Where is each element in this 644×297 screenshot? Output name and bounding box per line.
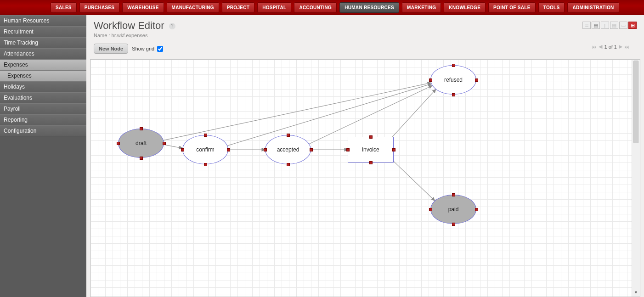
node-handle[interactable] <box>181 148 184 151</box>
node-handle[interactable] <box>204 163 207 166</box>
sidebar-item-recruitment[interactable]: Recruitment <box>0 26 86 37</box>
node-handle[interactable] <box>287 163 290 166</box>
pager-next-icon[interactable]: ▶ <box>619 44 622 50</box>
help-icon[interactable]: ? <box>169 23 175 29</box>
node-handle[interactable] <box>452 93 455 96</box>
edges-layer <box>90 60 632 297</box>
menu-project[interactable]: PROJECT <box>222 2 254 13</box>
node-handle[interactable] <box>452 193 455 196</box>
node-refused[interactable]: refused <box>430 65 476 95</box>
menu-warehouse[interactable]: WAREHOUSE <box>122 2 164 13</box>
node-handle[interactable] <box>475 208 478 211</box>
node-invoice[interactable]: invoice <box>348 137 394 163</box>
menu-purchases[interactable]: PURCHASES <box>79 2 120 13</box>
page-header: Workflow Editor ? Name : hr.wkf.expenses… <box>86 15 644 40</box>
sidebar-item-expenses-sub[interactable]: Expenses <box>0 70 86 81</box>
sidebar-item-expenses[interactable]: Expenses <box>0 59 86 70</box>
node-handle[interactable] <box>429 78 432 82</box>
top-menu: SALESPURCHASESWAREHOUSEMANUFACTURINGPROJ… <box>0 0 644 15</box>
node-handle[interactable] <box>140 127 143 130</box>
page-title-text: Workflow Editor <box>94 20 164 31</box>
node-handle[interactable] <box>369 135 373 139</box>
sidebar-item-evaluations[interactable]: Evaluations <box>0 92 86 103</box>
diagram-canvas[interactable]: draftconfirmacceptedinvoicerefusedpaid <box>90 60 632 297</box>
node-paid[interactable]: paid <box>430 195 476 224</box>
view-calendar-icon[interactable]: ▦ <box>610 22 618 29</box>
sidebar-item-payroll[interactable]: Payroll <box>0 103 86 114</box>
menu-tools[interactable]: TOOLS <box>538 2 565 13</box>
menu-point-of-sale[interactable]: POINT OF SALE <box>488 2 536 13</box>
view-switch: ≣ ▤ ⫿ ▦ ▭ ⊞ <box>582 22 637 29</box>
sidebar-item-time-tracking[interactable]: Time Tracking <box>0 37 86 48</box>
node-handle[interactable] <box>163 142 166 145</box>
sidebar-item-reporting[interactable]: Reporting <box>0 114 86 125</box>
node-handle[interactable] <box>227 148 230 151</box>
show-grid-control[interactable]: Show grid: <box>132 46 163 52</box>
menu-manufacturing[interactable]: MANUFACTURING <box>167 2 219 13</box>
node-handle[interactable] <box>117 142 120 145</box>
menu-hospital[interactable]: HOSPITAL <box>257 2 291 13</box>
menu-sales[interactable]: SALES <box>51 2 77 13</box>
toolbar: New Node Show grid: ⏮ ◀ 1 of 1 ▶ ⏭ <box>94 44 637 54</box>
pager-last-icon[interactable]: ⏭ <box>624 44 629 50</box>
node-handle[interactable] <box>475 78 478 82</box>
node-handle[interactable] <box>392 148 395 151</box>
menu-accounting[interactable]: ACCOUNTING <box>294 2 337 13</box>
canvas-wrap: draftconfirmacceptedinvoicerefusedpaid ▲… <box>90 59 640 297</box>
sidebar-item-holidays[interactable]: Holidays <box>0 81 86 92</box>
show-grid-checkbox[interactable] <box>157 46 163 52</box>
vertical-scrollbar[interactable]: ▲ ▼ <box>632 60 640 297</box>
sidebar-item-human-resources[interactable]: Human Resources <box>0 15 86 26</box>
main-area: Workflow Editor ? Name : hr.wkf.expenses… <box>86 15 644 297</box>
view-graph-icon[interactable]: ⫿ <box>601 22 609 29</box>
page-subtitle: Name : hr.wkf.expenses <box>94 33 637 38</box>
sidebar-item-configuration[interactable]: Configuration <box>0 125 86 136</box>
node-confirm[interactable]: confirm <box>182 135 228 164</box>
view-diagram-icon[interactable]: ⊞ <box>628 22 637 29</box>
node-handle[interactable] <box>264 148 267 151</box>
edge-invoice-refused[interactable] <box>388 90 436 141</box>
edge-invoice-paid[interactable] <box>390 157 435 201</box>
menu-knowledge[interactable]: KNOWLEDGE <box>444 2 486 13</box>
sidebar-item-attendances[interactable]: Attendances <box>0 48 86 59</box>
node-handle[interactable] <box>140 157 143 160</box>
sidebar: Human ResourcesRecruitmentTime TrackingA… <box>0 15 86 297</box>
pager: ⏮ ◀ 1 of 1 ▶ ⏭ <box>592 44 629 50</box>
node-handle[interactable] <box>429 208 432 211</box>
menu-human-resources[interactable]: HUMAN RESOURCES <box>339 2 399 13</box>
pager-first-icon[interactable]: ⏮ <box>592 44 597 50</box>
node-handle[interactable] <box>452 64 455 67</box>
view-list-icon[interactable]: ≣ <box>582 22 591 29</box>
view-gantt-icon[interactable]: ▭ <box>619 22 627 29</box>
edge-confirm-refused[interactable] <box>227 84 431 146</box>
node-handle[interactable] <box>346 148 350 151</box>
menu-marketing[interactable]: MARKETING <box>402 2 441 13</box>
node-handle[interactable] <box>310 148 313 151</box>
scroll-down-icon[interactable]: ▼ <box>632 290 640 297</box>
new-node-button[interactable]: New Node <box>94 44 128 54</box>
edge-draft-refused[interactable] <box>164 83 431 140</box>
node-draft[interactable]: draft <box>118 129 164 158</box>
node-handle[interactable] <box>369 161 373 164</box>
edge-draft-confirm[interactable] <box>164 145 182 148</box>
pager-prev-icon[interactable]: ◀ <box>599 44 602 50</box>
node-handle[interactable] <box>204 134 207 137</box>
node-accepted[interactable]: accepted <box>265 135 311 164</box>
page-title: Workflow Editor ? <box>94 20 637 32</box>
view-form-icon[interactable]: ▤ <box>592 22 600 29</box>
pager-text: 1 of 1 <box>604 44 617 50</box>
node-handle[interactable] <box>452 223 455 226</box>
show-grid-label: Show grid: <box>132 46 156 51</box>
scroll-thumb[interactable] <box>633 61 638 143</box>
node-handle[interactable] <box>287 134 290 137</box>
menu-administration[interactable]: ADMINISTRATION <box>567 2 619 13</box>
